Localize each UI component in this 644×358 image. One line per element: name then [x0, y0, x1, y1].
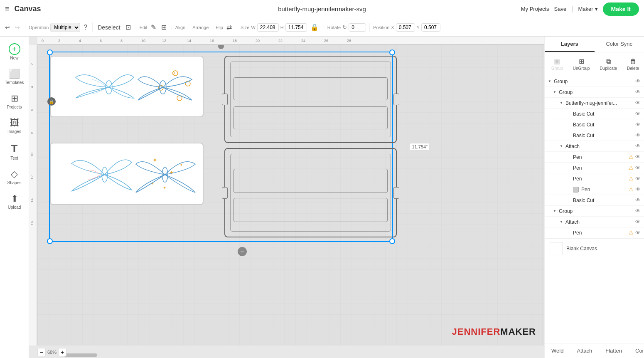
expand-attach1[interactable]: ▼: [560, 144, 563, 148]
layer-pen4-warning: ⚠: [629, 186, 634, 193]
deselect-icon[interactable]: ⊡: [124, 22, 133, 32]
position-y-input[interactable]: [421, 23, 440, 32]
layer-pen4[interactable]: Pen ⚠ 👁: [545, 184, 644, 195]
operation-select[interactable]: Multiple: [50, 23, 80, 32]
layer-group1-eye[interactable]: 👁: [635, 78, 641, 84]
layer-pen2-eye[interactable]: 👁: [635, 165, 641, 171]
sidebar-item-new[interactable]: + New: [2, 40, 27, 64]
handle-bottom-left[interactable]: [47, 238, 53, 244]
resize-icon-canvas[interactable]: ↔: [238, 247, 247, 256]
zoom-out-button[interactable]: −: [37, 348, 46, 356]
contour-button[interactable]: Contour: [629, 345, 644, 356]
ungroup-button[interactable]: ⊞ UnGroup: [570, 56, 593, 72]
sidebar-item-upload[interactable]: ⬆ Upload: [2, 190, 27, 213]
deselect-button[interactable]: Deselect: [96, 22, 122, 32]
lock-aspect-button[interactable]: 🔒: [309, 22, 320, 32]
rotate-input[interactable]: [349, 23, 366, 32]
layer-group1[interactable]: ▼ Group 👁: [545, 76, 644, 87]
handle-bottom-right[interactable]: [389, 238, 395, 244]
handle-rotate[interactable]: [218, 45, 224, 49]
horizontal-scrollbar[interactable]: [37, 352, 544, 358]
layer-attach1-eye[interactable]: 👁: [635, 143, 641, 149]
butterfly-design-bottom-left[interactable]: ✦ ✦ ✦ ✦ ✦: [50, 143, 204, 205]
size-w-input[interactable]: [257, 23, 279, 32]
layer-pen2[interactable]: Pen ⚠ 👁: [545, 163, 644, 173]
layer-basic-cut-2[interactable]: Basic Cut 👁: [545, 119, 644, 130]
sidebar-item-text[interactable]: T Text: [2, 139, 27, 164]
my-projects-link[interactable]: My Projects: [521, 6, 549, 12]
layer-pen4-eye[interactable]: 👁: [635, 186, 641, 193]
tab-layers[interactable]: Layers: [545, 37, 595, 52]
flatten-button[interactable]: Flatten: [599, 345, 629, 356]
expand-group2[interactable]: ▼: [553, 90, 556, 94]
canvas-content[interactable]: 11.754": [37, 45, 544, 346]
flip-button[interactable]: ⇄: [225, 22, 234, 32]
group-button[interactable]: ▣ Group: [548, 56, 566, 72]
layer-group2-eye[interactable]: 👁: [635, 89, 641, 95]
expand-attach2[interactable]: ▼: [560, 220, 563, 224]
expand-group3[interactable]: ▼: [553, 209, 556, 213]
zoom-in-button[interactable]: +: [58, 348, 66, 356]
duplicate-button[interactable]: ⧉ Duplicate: [596, 56, 620, 72]
layer-basic-cut-1[interactable]: Basic Cut 👁: [545, 109, 644, 119]
layer-butterfly-eye[interactable]: 👁: [635, 100, 641, 106]
outline-design-top-right[interactable]: [224, 56, 397, 143]
menu-icon[interactable]: ≡: [5, 5, 10, 13]
layer-group3[interactable]: ▼ Group 👁: [545, 206, 644, 217]
undo-button[interactable]: ↩: [3, 22, 12, 32]
sidebar-item-templates[interactable]: ⬜ Templates: [2, 65, 27, 88]
layer-pen3-eye[interactable]: 👁: [635, 175, 641, 182]
outline-design-bottom-right[interactable]: [224, 148, 397, 237]
layer-pen3[interactable]: Pen ⚠ 👁: [545, 173, 644, 184]
layer-attach1[interactable]: ▼ Attach 👁: [545, 141, 644, 152]
layer-basic-cut-3[interactable]: Basic Cut 👁: [545, 130, 644, 141]
ungroup-label: UnGroup: [573, 66, 590, 71]
layer-pen5-eye[interactable]: 👁: [635, 230, 641, 236]
delete-button[interactable]: 🗑 Delete: [624, 56, 642, 72]
sidebar-item-images[interactable]: 🖼 Images: [2, 114, 27, 137]
handle-top-left[interactable]: [47, 49, 53, 55]
layer-group2[interactable]: ▼ Group 👁: [545, 87, 644, 98]
butterfly-design-top-left[interactable]: [50, 56, 204, 117]
layer-pen5[interactable]: Pen ⚠ 👁: [545, 227, 644, 238]
layer-attach2[interactable]: ▼ Attach 👁: [545, 217, 644, 227]
layer-basic-cut-1-eye[interactable]: 👁: [635, 111, 641, 117]
operation-help[interactable]: ?: [82, 23, 89, 32]
expand-group1[interactable]: ▼: [548, 79, 551, 83]
sidebar-item-shapes[interactable]: ◇ Shapes: [2, 165, 27, 188]
svg-text:2: 2: [30, 63, 34, 65]
edit-button[interactable]: ✎: [149, 22, 158, 32]
handle-top-right[interactable]: [389, 49, 395, 55]
scroll-thumb[interactable]: [64, 353, 97, 357]
position-x-input[interactable]: [396, 23, 415, 32]
layer-basic-cut-3-eye[interactable]: 👁: [635, 132, 641, 138]
layer-attach2-eye[interactable]: 👁: [635, 219, 641, 225]
attach-button[interactable]: Attach: [570, 345, 599, 356]
make-it-button[interactable]: Make It: [603, 2, 639, 16]
sidebar-item-projects[interactable]: ⊞ Projects: [2, 90, 27, 113]
svg-text:24: 24: [301, 39, 305, 43]
weld-button[interactable]: Weld: [545, 345, 570, 356]
redo-button[interactable]: ↪: [13, 22, 22, 32]
layer-butterfly-mug[interactable]: ▼ Butterfly-mug-jennifer... 👁: [545, 98, 644, 109]
svg-text:28: 28: [347, 39, 351, 43]
maker-dropdown[interactable]: Maker ▾: [578, 6, 597, 12]
layer-group3-eye[interactable]: 👁: [635, 208, 641, 214]
layer-basic-cut-2-eye[interactable]: 👁: [635, 121, 641, 128]
save-button[interactable]: Save: [554, 6, 567, 12]
ruler-left: 2 4 6 8 10 12 14 16: [29, 45, 37, 346]
layer-pen1[interactable]: Pen ⚠ 👁: [545, 152, 644, 163]
layer-basic-cut-4[interactable]: Basic Cut 👁: [545, 195, 644, 206]
tab-color-sync[interactable]: Color Sync: [595, 37, 644, 52]
size-h-input[interactable]: [285, 23, 307, 32]
layer-butterfly-name: Butterfly-mug-jennifer...: [565, 100, 634, 106]
layer-basic-cut-4-eye[interactable]: 👁: [635, 197, 641, 203]
expand-butterfly[interactable]: ▼: [560, 101, 563, 105]
jennmaker-dark: MAKER: [500, 326, 536, 337]
notch-left-bottom: [222, 187, 228, 199]
lock-icon-canvas[interactable]: 🔒: [47, 97, 56, 106]
canvas-area[interactable]: 0 2 4 6 8 10 12 14 16 18 20 22 24 26 28 …: [29, 37, 544, 358]
flip-label: Flip: [216, 25, 223, 30]
layer-pen1-eye[interactable]: 👁: [635, 154, 641, 160]
edit-extra[interactable]: ⊞: [160, 22, 168, 32]
